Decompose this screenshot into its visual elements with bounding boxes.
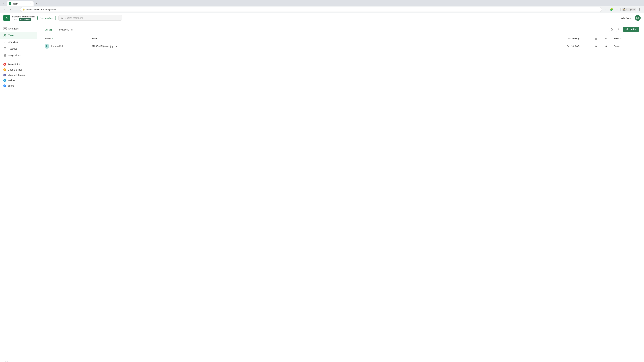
- sidebar-item-integrations[interactable]: Integrations: [0, 52, 37, 59]
- sidebar-item-zoom[interactable]: Z Zoom: [0, 83, 37, 88]
- svg-point-16: [627, 28, 628, 29]
- svg-rect-22: [596, 38, 597, 39]
- download-icon: [618, 28, 620, 30]
- logo-area: s Lauren's organization Owner UPGRADE: [3, 14, 35, 21]
- sidebar-item-google-slides[interactable]: G Google Slides: [0, 67, 37, 72]
- tab-history-btn[interactable]: ▾: [1, 2, 5, 5]
- sidebar-item-team[interactable]: Team: [0, 32, 37, 39]
- member-last-activity: Oct 10, 2024: [564, 42, 591, 51]
- svg-rect-20: [596, 37, 597, 38]
- col-role[interactable]: Role ⫶: [611, 35, 631, 42]
- svg-rect-21: [595, 38, 596, 39]
- svg-text:s: s: [6, 16, 8, 20]
- org-name: Lauren's organization: [12, 15, 35, 18]
- invite-label: Invite: [630, 28, 636, 31]
- sidebar-item-microsoft-teams[interactable]: M Microsoft Teams: [0, 72, 37, 78]
- svg-rect-19: [595, 37, 596, 38]
- svg-line-3: [63, 18, 63, 19]
- member-avatar: L: [44, 44, 49, 49]
- svg-point-9: [5, 34, 6, 35]
- url-text: admin.sli.do/user-management: [26, 8, 56, 11]
- zoom-icon: Z: [3, 84, 6, 87]
- sidebar-item-analytics[interactable]: Analytics: [0, 39, 37, 45]
- org-info: Lauren's organization Owner UPGRADE: [12, 15, 35, 21]
- col-name[interactable]: Name ▲: [42, 35, 89, 42]
- new-tab-btn[interactable]: +: [34, 1, 39, 6]
- upgrade-button[interactable]: UPGRADE: [19, 18, 31, 21]
- member-more-btn[interactable]: ⋮: [631, 42, 639, 51]
- sidebar: My Slidos Team Analytics: [0, 23, 37, 362]
- powerpoint-label: PowerPoint: [8, 63, 20, 66]
- member-name-cell: L Lauren Deli: [42, 42, 89, 51]
- google-slides-icon: G: [3, 68, 6, 71]
- member-role: Owner: [611, 42, 631, 51]
- search-bar[interactable]: Search members: [58, 15, 122, 21]
- puzzle-icon: [3, 54, 7, 57]
- bookmark-btn[interactable]: ☆: [603, 7, 608, 12]
- member-email: 31860d42@moodjoy.com: [89, 42, 564, 51]
- sidebar-item-powerpoint[interactable]: P PowerPoint: [0, 62, 37, 67]
- back-btn[interactable]: ←: [2, 7, 7, 12]
- download-btn[interactable]: [616, 27, 621, 32]
- main-content: All (1) Invitations (0): [37, 23, 644, 362]
- extensions-btn[interactable]: 🧩: [609, 7, 614, 12]
- new-interface-button[interactable]: New interface: [38, 16, 56, 20]
- whats-new-button[interactable]: What's new: [621, 17, 632, 19]
- charts-col-icon: [605, 37, 608, 39]
- tab-favicon: S: [9, 2, 12, 5]
- table-row: L Lauren Deli 31860d42@moodjoy.com Oct 1…: [42, 42, 639, 51]
- webex-label: Webex: [8, 79, 15, 82]
- sidebar-label-analytics: Analytics: [8, 41, 18, 43]
- tab-close-btn[interactable]: ×: [30, 2, 32, 5]
- invite-button[interactable]: Invite: [623, 27, 639, 32]
- google-slides-label: Google Slides: [8, 68, 22, 71]
- tab-actions: Invite: [609, 27, 639, 32]
- lock-icon: [610, 28, 613, 30]
- lock-btn[interactable]: [609, 27, 614, 32]
- book-icon: [3, 47, 7, 50]
- sidebar-item-tutorials[interactable]: Tutorials: [0, 45, 37, 52]
- help-button[interactable]: ?: [3, 361, 10, 362]
- download-btn[interactable]: ⬇: [615, 7, 619, 12]
- svg-rect-14: [611, 29, 612, 30]
- zoom-label: Zoom: [8, 84, 14, 87]
- svg-rect-5: [5, 27, 6, 28]
- url-bar[interactable]: 🔒 admin.sli.do/user-management: [20, 7, 602, 12]
- search-icon: [61, 16, 64, 19]
- user-avatar[interactable]: LD: [635, 15, 641, 21]
- slido-logo: s: [3, 14, 10, 21]
- svg-rect-6: [4, 29, 5, 30]
- sidebar-label-team: Team: [8, 34, 14, 37]
- member-slidos-count: 0: [591, 42, 601, 51]
- sidebar-item-webex[interactable]: W Webex: [0, 78, 37, 83]
- filter-icon: ⫶: [620, 38, 621, 39]
- col-last-activity: Last activity: [564, 35, 591, 42]
- forward-btn[interactable]: →: [8, 7, 13, 12]
- svg-rect-4: [4, 27, 5, 28]
- members-table: Name ▲ Email Last activity: [42, 35, 639, 51]
- microsoft-teams-label: Microsoft Teams: [8, 74, 25, 76]
- tab-all[interactable]: All (1): [42, 27, 55, 33]
- svg-point-8: [4, 34, 5, 35]
- add-person-icon: [626, 28, 629, 31]
- col-email: Email: [89, 35, 564, 42]
- browser-more-btn[interactable]: ⋮: [637, 7, 642, 12]
- active-tab[interactable]: S Team ×: [7, 1, 34, 6]
- grid-icon: [3, 27, 7, 30]
- col-charts: [601, 35, 611, 42]
- member-charts-count: 0: [601, 42, 611, 51]
- slidos-col-icon: [595, 37, 598, 39]
- svg-rect-7: [5, 29, 6, 30]
- microsoft-teams-icon: M: [3, 74, 6, 76]
- app-body: My Slidos Team Analytics: [0, 23, 644, 362]
- incognito-badge: 🕵 Incognito: [622, 8, 636, 11]
- sort-icon: ▲: [52, 38, 54, 39]
- owner-label: Owner: [12, 18, 18, 20]
- app-header: s Lauren's organization Owner UPGRADE Ne…: [0, 13, 644, 23]
- reload-btn[interactable]: ↻: [14, 7, 19, 12]
- tab-invitations[interactable]: Invitations (0): [55, 27, 76, 33]
- powerpoint-icon: P: [3, 63, 6, 66]
- sidebar-item-my-slidos[interactable]: My Slidos: [0, 25, 37, 32]
- incognito-icon: 🕵: [623, 8, 626, 10]
- users-icon: [3, 34, 7, 37]
